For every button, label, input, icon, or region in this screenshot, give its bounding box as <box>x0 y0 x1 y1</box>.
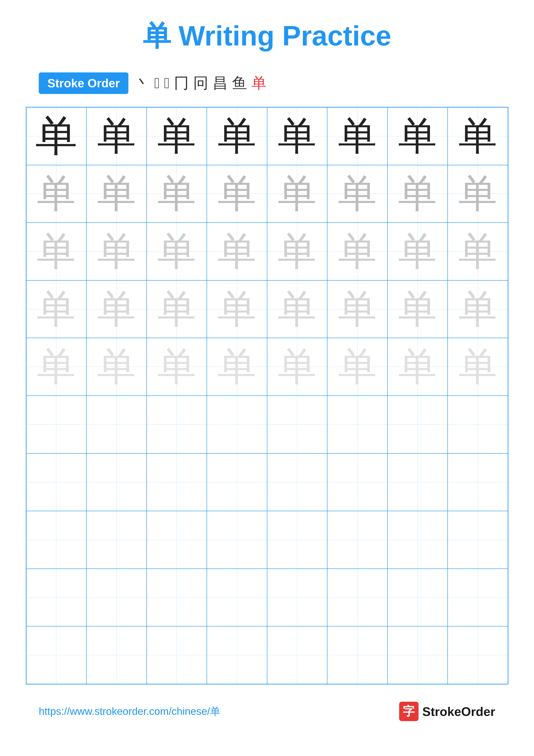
grid-cell[interactable] <box>147 626 207 684</box>
grid-cell[interactable]: 单 <box>207 107 267 165</box>
grid-cell[interactable] <box>447 453 508 511</box>
grid-cell[interactable]: 单 <box>447 281 508 338</box>
practice-char: 单 <box>278 341 317 393</box>
practice-char: 单 <box>398 110 437 162</box>
grid-cell[interactable]: 单 <box>267 281 327 338</box>
practice-char: 单 <box>398 341 437 393</box>
grid-cell[interactable]: 单 <box>327 338 388 396</box>
grid-cell[interactable]: 单 <box>267 107 327 165</box>
grid-cell[interactable] <box>267 453 327 511</box>
grid-cell[interactable] <box>207 511 267 569</box>
grid-cell[interactable] <box>388 569 448 627</box>
grid-cell[interactable] <box>447 626 508 684</box>
grid-cell[interactable]: 单 <box>388 223 448 281</box>
grid-cell[interactable]: 单 <box>388 107 448 165</box>
grid-cell[interactable] <box>447 511 508 569</box>
grid-cell[interactable]: 单 <box>147 338 207 396</box>
grid-cell[interactable]: 单 <box>267 338 327 396</box>
grid-cell[interactable]: 单 <box>87 281 147 338</box>
stroke-order-badge: Stroke Order <box>39 72 128 94</box>
grid-cell[interactable] <box>267 626 327 684</box>
grid-cell[interactable]: 单 <box>447 107 508 165</box>
grid-cell[interactable]: 单 <box>147 281 207 338</box>
practice-char: 单 <box>398 226 437 278</box>
grid-cell[interactable] <box>147 453 207 511</box>
grid-cell[interactable] <box>26 453 87 511</box>
practice-char: 单 <box>458 168 497 220</box>
grid-cell[interactable]: 单 <box>87 338 147 396</box>
grid-cell[interactable] <box>447 396 508 453</box>
stroke-step-1: 丶 <box>135 73 150 93</box>
grid-cell[interactable] <box>87 569 147 627</box>
practice-char: 单 <box>278 283 317 335</box>
grid-cell[interactable] <box>87 511 147 569</box>
grid-cell[interactable]: 单 <box>447 338 508 396</box>
grid-cell[interactable] <box>388 396 448 453</box>
grid-cell[interactable] <box>267 396 327 453</box>
grid-cell[interactable] <box>147 569 207 627</box>
grid-cell[interactable] <box>26 511 87 569</box>
grid-cell[interactable]: 单 <box>388 281 448 338</box>
grid-cell[interactable] <box>147 511 207 569</box>
grid-cell[interactable]: 单 <box>87 223 147 281</box>
grid-cell[interactable]: 单 <box>87 107 147 165</box>
grid-cell[interactable] <box>327 396 388 453</box>
grid-cell[interactable] <box>388 453 448 511</box>
stroke-step-6: 昌 <box>213 73 228 93</box>
grid-cell[interactable]: 单 <box>388 165 448 223</box>
grid-cell[interactable]: 单 <box>267 223 327 281</box>
practice-char: 单 <box>217 168 256 220</box>
grid-cell[interactable]: 单 <box>327 281 388 338</box>
grid-cell[interactable]: 单 <box>87 165 147 223</box>
grid-cell[interactable]: 单 <box>207 223 267 281</box>
grid-cell[interactable] <box>327 453 388 511</box>
grid-cell[interactable] <box>207 453 267 511</box>
grid-cell[interactable] <box>388 511 448 569</box>
practice-char: 单 <box>97 283 136 335</box>
grid-cell[interactable] <box>388 626 448 684</box>
grid-cell[interactable] <box>267 511 327 569</box>
grid-cell[interactable] <box>87 626 147 684</box>
grid-cell[interactable] <box>87 453 147 511</box>
grid-cell[interactable]: 单 <box>447 223 508 281</box>
grid-cell[interactable]: 单 <box>147 107 207 165</box>
practice-char: 单 <box>398 283 437 335</box>
grid-cell[interactable]: 单 <box>267 165 327 223</box>
practice-char: 单 <box>37 283 76 335</box>
grid-cell[interactable]: 单 <box>327 107 388 165</box>
grid-cell[interactable]: 单 <box>147 165 207 223</box>
grid-cell[interactable]: 单 <box>26 107 87 165</box>
grid-cell[interactable] <box>26 569 87 627</box>
grid-cell[interactable]: 单 <box>26 281 87 338</box>
grid-cell[interactable]: 单 <box>207 281 267 338</box>
grid-cell[interactable]: 单 <box>147 223 207 281</box>
practice-char: 单 <box>157 226 196 278</box>
grid-cell[interactable] <box>327 511 388 569</box>
grid-cell[interactable]: 单 <box>26 338 87 396</box>
grid-cell[interactable] <box>447 569 508 627</box>
practice-char: 单 <box>97 168 136 220</box>
grid-cell[interactable] <box>26 626 87 684</box>
grid-cell[interactable]: 单 <box>207 165 267 223</box>
practice-char: 单 <box>458 341 497 393</box>
grid-cell[interactable] <box>207 626 267 684</box>
footer-url[interactable]: https://www.strokeorder.com/chinese/单 <box>39 705 220 718</box>
practice-char: 单 <box>398 168 437 220</box>
grid-cell[interactable]: 单 <box>447 165 508 223</box>
grid-cell[interactable]: 单 <box>388 338 448 396</box>
grid-cell[interactable] <box>327 626 388 684</box>
grid-cell[interactable] <box>87 396 147 453</box>
practice-char: 单 <box>37 226 76 278</box>
grid-cell[interactable] <box>207 396 267 453</box>
grid-cell[interactable] <box>207 569 267 627</box>
grid-cell[interactable]: 单 <box>327 223 388 281</box>
grid-cell[interactable]: 单 <box>327 165 388 223</box>
grid-cell[interactable] <box>26 396 87 453</box>
grid-cell[interactable]: 单 <box>207 338 267 396</box>
grid-cell[interactable]: 单 <box>26 223 87 281</box>
grid-cell[interactable] <box>267 569 327 627</box>
grid-cell[interactable]: 单 <box>26 165 87 223</box>
grid-cell[interactable] <box>147 396 207 453</box>
practice-char: 单 <box>217 226 256 278</box>
grid-cell[interactable] <box>327 569 388 627</box>
